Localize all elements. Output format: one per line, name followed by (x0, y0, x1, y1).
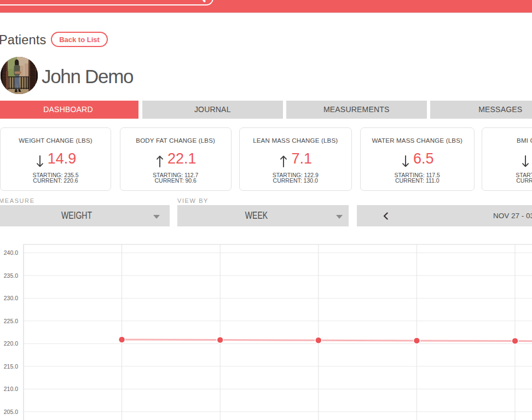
svg-text:235.0: 235.0 (4, 272, 18, 279)
svg-text:205.0: 205.0 (4, 409, 18, 415)
svg-text:240.0: 240.0 (4, 249, 18, 256)
svg-text:210.0: 210.0 (4, 386, 18, 392)
svg-text:225.0: 225.0 (4, 318, 18, 324)
svg-text:230.0: 230.0 (4, 295, 18, 301)
svg-text:220.0: 220.0 (4, 340, 18, 347)
svg-text:215.0: 215.0 (4, 363, 18, 370)
